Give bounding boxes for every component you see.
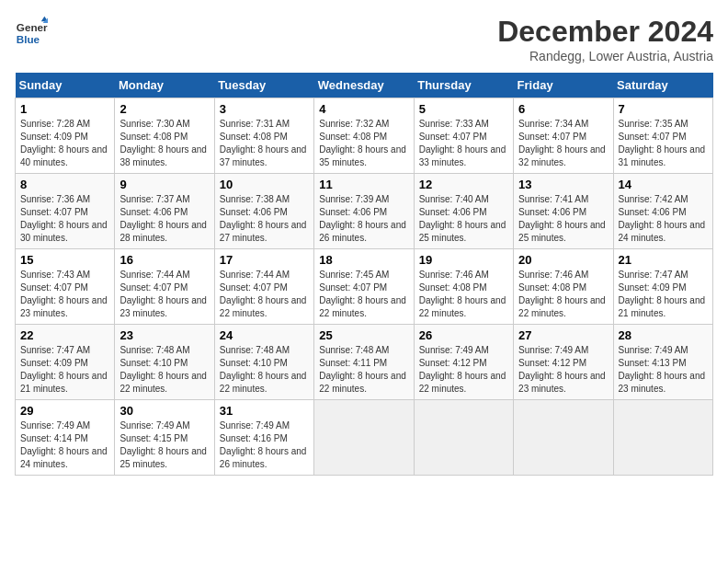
day-number: 2 (119, 102, 209, 116)
day-number: 15 (20, 253, 109, 267)
calendar-cell (414, 400, 513, 476)
calendar-cell: 25Sunrise: 7:48 AM Sunset: 4:11 PM Dayli… (314, 325, 414, 400)
day-detail: Sunrise: 7:47 AM Sunset: 4:09 PM Dayligh… (619, 269, 708, 320)
calendar-cell: 3Sunrise: 7:31 AM Sunset: 4:08 PM Daylig… (214, 98, 313, 174)
day-number: 29 (20, 404, 109, 418)
day-detail: Sunrise: 7:32 AM Sunset: 4:08 PM Dayligh… (319, 118, 408, 169)
col-header-saturday: Saturday (613, 73, 712, 98)
col-header-sunday: Sunday (16, 73, 115, 98)
calendar-cell (314, 400, 414, 476)
day-detail: Sunrise: 7:46 AM Sunset: 4:08 PM Dayligh… (518, 269, 608, 320)
day-detail: Sunrise: 7:31 AM Sunset: 4:08 PM Dayligh… (220, 118, 309, 169)
calendar-cell: 26Sunrise: 7:49 AM Sunset: 4:12 PM Dayli… (414, 325, 513, 400)
location: Randegg, Lower Austria, Austria (497, 49, 713, 63)
day-detail: Sunrise: 7:49 AM Sunset: 4:14 PM Dayligh… (20, 419, 109, 471)
col-header-tuesday: Tuesday (214, 73, 313, 98)
day-number: 22 (20, 328, 109, 342)
day-detail: Sunrise: 7:49 AM Sunset: 4:12 PM Dayligh… (419, 344, 508, 396)
day-detail: Sunrise: 7:49 AM Sunset: 4:12 PM Dayligh… (518, 344, 608, 396)
calendar-cell: 21Sunrise: 7:47 AM Sunset: 4:09 PM Dayli… (613, 249, 712, 325)
day-number: 28 (619, 328, 708, 342)
day-detail: Sunrise: 7:46 AM Sunset: 4:08 PM Dayligh… (419, 269, 508, 320)
day-number: 16 (119, 253, 209, 267)
day-number: 23 (119, 328, 209, 342)
calendar-header-row: SundayMondayTuesdayWednesdayThursdayFrid… (16, 73, 713, 98)
day-detail: Sunrise: 7:30 AM Sunset: 4:08 PM Dayligh… (119, 118, 209, 169)
day-detail: Sunrise: 7:42 AM Sunset: 4:06 PM Dayligh… (619, 193, 708, 245)
col-header-monday: Monday (115, 73, 214, 98)
day-detail: Sunrise: 7:48 AM Sunset: 4:10 PM Dayligh… (220, 344, 309, 396)
month-title: December 2024 (497, 15, 713, 49)
calendar-cell: 10Sunrise: 7:38 AM Sunset: 4:06 PM Dayli… (214, 174, 313, 249)
calendar-cell: 16Sunrise: 7:44 AM Sunset: 4:07 PM Dayli… (115, 249, 214, 325)
calendar-cell: 5Sunrise: 7:33 AM Sunset: 4:07 PM Daylig… (414, 98, 513, 174)
day-detail: Sunrise: 7:44 AM Sunset: 4:07 PM Dayligh… (119, 269, 209, 320)
calendar-cell: 11Sunrise: 7:39 AM Sunset: 4:06 PM Dayli… (314, 174, 414, 249)
calendar-cell: 4Sunrise: 7:32 AM Sunset: 4:08 PM Daylig… (314, 98, 414, 174)
calendar-cell: 9Sunrise: 7:37 AM Sunset: 4:06 PM Daylig… (115, 174, 214, 249)
day-detail: Sunrise: 7:41 AM Sunset: 4:06 PM Dayligh… (518, 193, 608, 245)
day-detail: Sunrise: 7:37 AM Sunset: 4:06 PM Dayligh… (119, 193, 209, 245)
calendar-week-4: 22Sunrise: 7:47 AM Sunset: 4:09 PM Dayli… (16, 325, 713, 400)
day-detail: Sunrise: 7:33 AM Sunset: 4:07 PM Dayligh… (419, 118, 508, 169)
page-header: General Blue December 2024 Randegg, Lowe… (15, 15, 713, 63)
logo-icon: General Blue (15, 15, 48, 48)
day-number: 18 (319, 253, 408, 267)
day-number: 8 (20, 178, 109, 191)
calendar-cell: 8Sunrise: 7:36 AM Sunset: 4:07 PM Daylig… (16, 174, 115, 249)
day-number: 27 (518, 328, 608, 342)
day-detail: Sunrise: 7:40 AM Sunset: 4:06 PM Dayligh… (419, 193, 508, 245)
day-detail: Sunrise: 7:49 AM Sunset: 4:15 PM Dayligh… (119, 419, 209, 471)
calendar-cell: 13Sunrise: 7:41 AM Sunset: 4:06 PM Dayli… (514, 174, 613, 249)
day-detail: Sunrise: 7:36 AM Sunset: 4:07 PM Dayligh… (20, 193, 109, 245)
col-header-friday: Friday (514, 73, 613, 98)
calendar-week-5: 29Sunrise: 7:49 AM Sunset: 4:14 PM Dayli… (16, 400, 713, 476)
day-number: 12 (419, 178, 508, 191)
day-number: 20 (518, 253, 608, 267)
calendar-cell: 18Sunrise: 7:45 AM Sunset: 4:07 PM Dayli… (314, 249, 414, 325)
title-block: December 2024 Randegg, Lower Austria, Au… (497, 15, 713, 63)
calendar-cell: 15Sunrise: 7:43 AM Sunset: 4:07 PM Dayli… (16, 249, 115, 325)
calendar-week-1: 1Sunrise: 7:28 AM Sunset: 4:09 PM Daylig… (16, 98, 713, 174)
day-number: 7 (619, 102, 708, 116)
day-number: 25 (319, 328, 408, 342)
calendar-cell: 23Sunrise: 7:48 AM Sunset: 4:10 PM Dayli… (115, 325, 214, 400)
day-number: 11 (319, 178, 408, 191)
calendar-cell: 24Sunrise: 7:48 AM Sunset: 4:10 PM Dayli… (214, 325, 313, 400)
day-number: 24 (220, 328, 309, 342)
day-number: 13 (518, 178, 608, 191)
calendar-cell: 28Sunrise: 7:49 AM Sunset: 4:13 PM Dayli… (613, 325, 712, 400)
calendar-week-2: 8Sunrise: 7:36 AM Sunset: 4:07 PM Daylig… (16, 174, 713, 249)
day-number: 21 (619, 253, 708, 267)
calendar-cell: 29Sunrise: 7:49 AM Sunset: 4:14 PM Dayli… (16, 400, 115, 476)
col-header-wednesday: Wednesday (314, 73, 414, 98)
day-detail: Sunrise: 7:38 AM Sunset: 4:06 PM Dayligh… (220, 193, 309, 245)
day-number: 26 (419, 328, 508, 342)
calendar-cell: 2Sunrise: 7:30 AM Sunset: 4:08 PM Daylig… (115, 98, 214, 174)
day-number: 9 (119, 178, 209, 191)
day-detail: Sunrise: 7:35 AM Sunset: 4:07 PM Dayligh… (619, 118, 708, 169)
calendar-cell: 19Sunrise: 7:46 AM Sunset: 4:08 PM Dayli… (414, 249, 513, 325)
calendar-cell: 14Sunrise: 7:42 AM Sunset: 4:06 PM Dayli… (613, 174, 712, 249)
day-detail: Sunrise: 7:48 AM Sunset: 4:11 PM Dayligh… (319, 344, 408, 396)
calendar-cell: 1Sunrise: 7:28 AM Sunset: 4:09 PM Daylig… (16, 98, 115, 174)
day-detail: Sunrise: 7:49 AM Sunset: 4:16 PM Dayligh… (220, 419, 309, 471)
col-header-thursday: Thursday (414, 73, 513, 98)
day-number: 3 (220, 102, 309, 116)
logo: General Blue (15, 15, 48, 48)
day-number: 10 (220, 178, 309, 191)
day-number: 1 (20, 102, 109, 116)
calendar-cell: 7Sunrise: 7:35 AM Sunset: 4:07 PM Daylig… (613, 98, 712, 174)
day-detail: Sunrise: 7:44 AM Sunset: 4:07 PM Dayligh… (220, 269, 309, 320)
calendar-cell: 22Sunrise: 7:47 AM Sunset: 4:09 PM Dayli… (16, 325, 115, 400)
day-detail: Sunrise: 7:43 AM Sunset: 4:07 PM Dayligh… (20, 269, 109, 320)
day-detail: Sunrise: 7:47 AM Sunset: 4:09 PM Dayligh… (20, 344, 109, 396)
day-number: 5 (419, 102, 508, 116)
day-detail: Sunrise: 7:48 AM Sunset: 4:10 PM Dayligh… (119, 344, 209, 396)
day-number: 17 (220, 253, 309, 267)
day-number: 30 (119, 404, 209, 418)
day-detail: Sunrise: 7:28 AM Sunset: 4:09 PM Dayligh… (20, 118, 109, 169)
calendar-cell: 31Sunrise: 7:49 AM Sunset: 4:16 PM Dayli… (214, 400, 313, 476)
day-number: 4 (319, 102, 408, 116)
calendar-cell (613, 400, 712, 476)
